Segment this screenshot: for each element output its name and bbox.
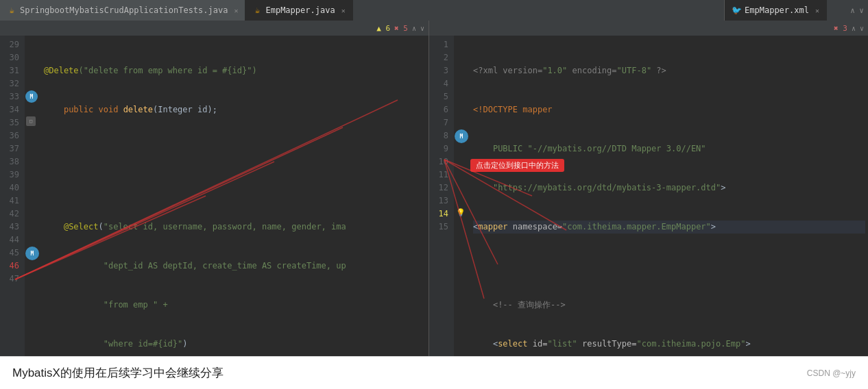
right-code-area[interactable]: 1 2 3 4 5 6 7 8 9 10 11 12 13 14 [429, 36, 868, 356]
tab-close-3[interactable]: ✕ [815, 7, 819, 14]
gutter-icon-45: M [25, 247, 39, 260]
gutter-icon-33: M [25, 90, 38, 103]
gutter-warning-14: 💡 [456, 208, 466, 217]
java-file-icon: ☕ [7, 5, 16, 15]
tab-empmapper-xml[interactable]: 🐦 EmpMapper.xml ✕ [724, 0, 827, 21]
error-count: ✖ 5 [394, 24, 408, 33]
line-numbers-left: 29 30 31 32 33 34 35 36 37 38 39 40 41 4… [0, 36, 25, 356]
editor-right: ✖ 3 ∧ ∨ 1 2 3 4 5 6 7 8 9 [429, 21, 868, 356]
left-toolbar: ▲ 6 ✖ 5 ∧ ∨ [0, 21, 429, 36]
gutter-left: M M □ [25, 36, 40, 356]
gutter-icon-right-8: M [455, 129, 468, 143]
csdn-credit: CSDN @~yjy [807, 368, 856, 378]
gutter-right: M 💡 [454, 36, 469, 356]
editors-container: ▲ 6 ✖ 5 ∧ ∨ 29 30 31 32 33 34 35 36 [0, 21, 868, 356]
line-numbers-right: 1 2 3 4 5 6 7 8 9 10 11 12 13 14 [429, 36, 454, 356]
xml-file-icon: 🐦 [732, 5, 741, 15]
tab-springboot-tests[interactable]: ☕ SpringbootMybatisCrudApplicationTests.… [0, 0, 245, 21]
bottom-bar: MybatisX的使用在后续学习中会继续分享 CSDN @~yjy [0, 356, 868, 389]
main-container: ☕ SpringbootMybatisCrudApplicationTests.… [0, 0, 868, 389]
warning-count: ▲ 6 [376, 24, 390, 33]
editor-left: ▲ 6 ✖ 5 ∧ ∨ 29 30 31 32 33 34 35 36 [0, 21, 429, 356]
code-content-right: <?xml version="1.0" encoding="UTF-8" ?> … [469, 36, 868, 356]
bottom-text: MybatisX的使用在后续学习中会继续分享 [12, 365, 224, 381]
tab-empmapper-java[interactable]: ☕ EmpMapper.java ✕ [245, 0, 352, 21]
right-error-count: ✖ 3 [834, 24, 847, 33]
code-content-left: @Delete("delete from emp where id = #{id… [40, 36, 429, 356]
left-code-area[interactable]: 29 30 31 32 33 34 35 36 37 38 39 40 41 4… [0, 36, 429, 356]
java-file-icon-2: ☕ [252, 5, 262, 15]
right-toolbar: ✖ 3 ∧ ∨ [429, 21, 868, 36]
tab-bar: ☕ SpringbootMybatisCrudApplicationTests.… [0, 0, 868, 21]
gutter-icon-36: □ [26, 116, 36, 126]
tab-close-2[interactable]: ✕ [341, 7, 346, 14]
tab-close-1[interactable]: ✕ [234, 7, 238, 14]
